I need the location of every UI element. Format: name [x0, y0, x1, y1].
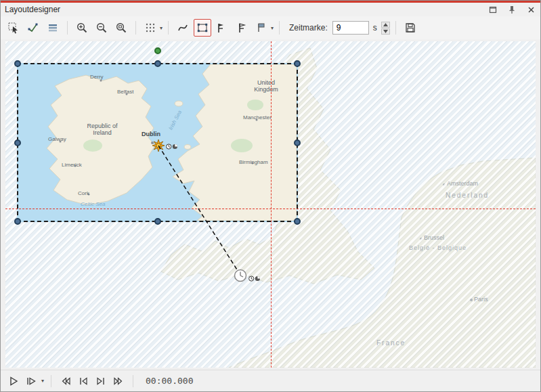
- playback-time-display: 00:00.000: [146, 376, 193, 386]
- selection-handle-top-center[interactable]: [154, 60, 161, 67]
- map-city-label: Limerick: [62, 162, 82, 168]
- toolbar-separator: [135, 21, 136, 35]
- playbar-separator: [133, 375, 133, 387]
- selection-handle-bottom-center[interactable]: [154, 218, 161, 225]
- zoom-in-button[interactable]: [73, 19, 91, 37]
- route-flag-end-button[interactable]: [233, 19, 251, 37]
- close-icon[interactable]: [525, 5, 536, 14]
- grid-dropdown-icon[interactable]: ▾: [160, 25, 163, 31]
- window-title: Layoutdesigner: [5, 5, 488, 14]
- map-city-label: Birmingham: [239, 159, 268, 165]
- selection-handle-bottom-right[interactable]: [294, 218, 301, 225]
- main-toolbar: ▾ ▾ Zeitmarke: s: [1, 16, 540, 39]
- selection-handle-bottom-left[interactable]: [14, 218, 21, 225]
- bg-map-label: Paris: [474, 296, 488, 303]
- bg-map-label: België - Belgique: [409, 244, 467, 251]
- bg-map-label: France: [376, 339, 406, 347]
- toolbar-separator: [168, 21, 169, 35]
- map-city-label: Derry: [90, 74, 104, 80]
- select-tool-button[interactable]: [5, 19, 22, 37]
- zeitmarke-label: Zeitmarke:: [289, 23, 328, 32]
- map-city-label: Dublin: [142, 131, 160, 137]
- map-sea-label: Celtic Sea: [81, 201, 105, 207]
- skip-forward-button[interactable]: [111, 374, 126, 389]
- selected-map-object[interactable]: Republic of Ireland United Kingdom Dubli…: [17, 63, 298, 222]
- play-button[interactable]: [6, 374, 21, 389]
- marker-button[interactable]: [253, 19, 270, 37]
- layers-tool-button[interactable]: [44, 19, 62, 37]
- map-city-label: Cork: [78, 190, 89, 196]
- map-city-label: Belfast: [117, 89, 133, 95]
- selection-handle-middle-right[interactable]: [294, 139, 301, 146]
- play-options-dropdown-icon[interactable]: ▾: [41, 378, 44, 384]
- spinner-up-icon[interactable]: [381, 22, 390, 28]
- selection-handle-middle-left[interactable]: [14, 139, 21, 146]
- bg-map-label: Brussel: [424, 234, 444, 241]
- clock-time-badge-icons: [248, 272, 261, 284]
- grid-button[interactable]: [142, 19, 159, 37]
- bg-map-label: Nederland: [446, 192, 489, 199]
- window-controls: [488, 5, 536, 14]
- pin-icon[interactable]: [506, 5, 517, 14]
- selection-handle-top-right[interactable]: [294, 60, 301, 67]
- rotation-handle[interactable]: [154, 47, 161, 54]
- map-region-label: United Kingdom: [247, 79, 285, 93]
- map-city-label: Galway: [48, 136, 66, 142]
- zeitmarke-spinner: [381, 22, 390, 35]
- playback-toolbar: ▾ 00:00.000: [1, 370, 540, 391]
- toolbar-separator: [67, 21, 68, 35]
- zoom-fit-button[interactable]: [112, 19, 130, 37]
- design-canvas[interactable]: Amsterdam Nederland Brussel België - Bel…: [5, 41, 536, 368]
- sun-keyframe-icon[interactable]: [152, 139, 165, 154]
- spline-tool-button[interactable]: [174, 19, 192, 37]
- sun-time-badge-icons: [166, 140, 178, 152]
- zeitmarke-unit: s: [373, 23, 377, 32]
- toolbar-separator: [279, 21, 280, 35]
- play-from-marker-button[interactable]: [24, 374, 39, 389]
- step-forward-button[interactable]: [93, 374, 108, 389]
- selection-handle-top-left[interactable]: [14, 60, 21, 67]
- maximize-icon[interactable]: [488, 5, 498, 14]
- spinner-down-icon[interactable]: [381, 28, 390, 35]
- playbar-separator: [51, 375, 51, 387]
- bg-map-label: Amsterdam: [447, 180, 478, 187]
- zeitmarke-input[interactable]: [332, 21, 369, 35]
- skip-back-button[interactable]: [58, 374, 73, 389]
- map-region-label: Republic of Ireland: [81, 123, 124, 137]
- clock-keyframe-icon[interactable]: [234, 269, 247, 285]
- toolbar-separator: [395, 21, 396, 35]
- layoutdesigner-window: Layoutdesigner: [0, 0, 541, 392]
- zoom-out-button[interactable]: [93, 19, 110, 37]
- route-flag-start-button[interactable]: [213, 19, 231, 37]
- titlebar[interactable]: Layoutdesigner: [1, 3, 540, 16]
- step-back-button[interactable]: [76, 374, 91, 389]
- node-select-tool-button[interactable]: [24, 19, 42, 37]
- camera-frame-tool-button[interactable]: [194, 19, 211, 37]
- save-button[interactable]: [402, 19, 419, 37]
- map-city-label: Manchester: [243, 114, 272, 121]
- marker-dropdown-icon[interactable]: ▾: [271, 25, 274, 31]
